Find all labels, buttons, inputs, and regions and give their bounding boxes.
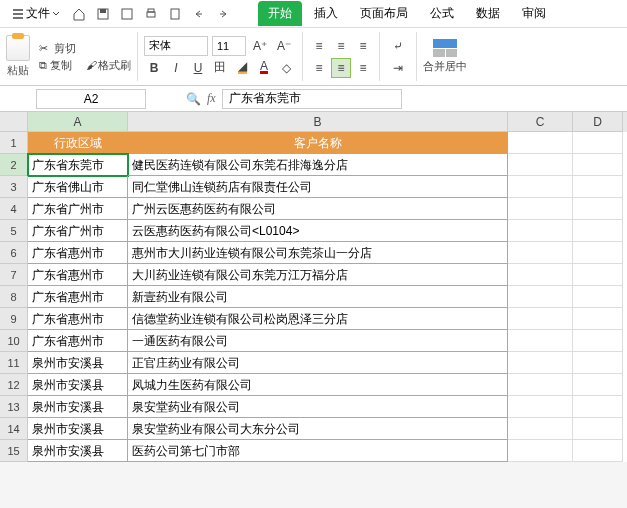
tab-formula[interactable]: 公式 xyxy=(420,1,464,26)
row-header[interactable]: 4 xyxy=(0,198,28,220)
cell[interactable] xyxy=(508,132,573,154)
row-header[interactable]: 11 xyxy=(0,352,28,374)
cell-customer[interactable]: 正官庄药业有限公司 xyxy=(128,352,508,374)
wrap-text-button[interactable]: ⤶ xyxy=(386,36,410,56)
cell[interactable] xyxy=(573,154,623,176)
underline-button[interactable]: U xyxy=(188,58,208,78)
file-menu[interactable]: 文件 xyxy=(6,2,66,25)
tab-data[interactable]: 数据 xyxy=(466,1,510,26)
cell[interactable] xyxy=(573,198,623,220)
fill-color-button[interactable]: ◢ xyxy=(232,58,252,78)
cell[interactable] xyxy=(573,220,623,242)
home-icon[interactable] xyxy=(68,3,90,25)
header-cell-region[interactable]: 行政区域 xyxy=(28,132,128,154)
paste-button[interactable]: 粘贴 xyxy=(6,35,30,78)
row-header[interactable]: 6 xyxy=(0,242,28,264)
cell[interactable] xyxy=(573,264,623,286)
italic-button[interactable]: I xyxy=(166,58,186,78)
row-header[interactable]: 9 xyxy=(0,308,28,330)
cell[interactable] xyxy=(508,220,573,242)
cell[interactable] xyxy=(508,176,573,198)
cell[interactable] xyxy=(573,308,623,330)
fx-icon[interactable]: fx xyxy=(207,91,216,106)
cell-region[interactable]: 泉州市安溪县 xyxy=(28,440,128,462)
tab-insert[interactable]: 插入 xyxy=(304,1,348,26)
cell[interactable] xyxy=(508,440,573,462)
name-box[interactable] xyxy=(36,89,146,109)
cell-region[interactable]: 广东省惠州市 xyxy=(28,330,128,352)
cell-customer[interactable]: 凤城力生医药有限公司 xyxy=(128,374,508,396)
row-header[interactable]: 15 xyxy=(0,440,28,462)
cell[interactable] xyxy=(573,242,623,264)
increase-font-button[interactable]: A⁺ xyxy=(250,36,270,56)
row-header[interactable]: 8 xyxy=(0,286,28,308)
decrease-font-button[interactable]: A⁻ xyxy=(274,36,294,56)
formula-input[interactable] xyxy=(222,89,402,109)
align-top-left[interactable]: ≡ xyxy=(309,36,329,56)
cell-region[interactable]: 泉州市安溪县 xyxy=(28,396,128,418)
tab-review[interactable]: 审阅 xyxy=(512,1,556,26)
col-header-c[interactable]: C xyxy=(508,112,573,132)
cell[interactable] xyxy=(508,330,573,352)
cell-region[interactable]: 广东省广州市 xyxy=(28,198,128,220)
cell[interactable] xyxy=(573,176,623,198)
cell-customer[interactable]: 泉安堂药业有限公司 xyxy=(128,396,508,418)
cell[interactable] xyxy=(573,440,623,462)
bold-button[interactable]: B xyxy=(144,58,164,78)
row-header[interactable]: 3 xyxy=(0,176,28,198)
cell[interactable] xyxy=(508,286,573,308)
cell[interactable] xyxy=(573,418,623,440)
row-header[interactable]: 5 xyxy=(0,220,28,242)
cell[interactable] xyxy=(508,352,573,374)
align-top-right[interactable]: ≡ xyxy=(353,36,373,56)
copy-button[interactable]: ⧉复制 xyxy=(36,58,72,73)
cell-region[interactable]: 广东省惠州市 xyxy=(28,286,128,308)
align-top-center[interactable]: ≡ xyxy=(331,36,351,56)
select-all-corner[interactable] xyxy=(0,112,28,132)
col-header-a[interactable]: A xyxy=(28,112,128,132)
cell-region[interactable]: 泉州市安溪县 xyxy=(28,418,128,440)
row-header[interactable]: 12 xyxy=(0,374,28,396)
cell[interactable] xyxy=(573,352,623,374)
cell-customer[interactable]: 医药公司第七门市部 xyxy=(128,440,508,462)
tab-layout[interactable]: 页面布局 xyxy=(350,1,418,26)
cell-region[interactable]: 泉州市安溪县 xyxy=(28,352,128,374)
font-color-button[interactable]: A xyxy=(254,58,274,78)
save-as-icon[interactable] xyxy=(116,3,138,25)
cell-region[interactable]: 广东省佛山市 xyxy=(28,176,128,198)
format-painter-button[interactable]: 🖌格式刷 xyxy=(84,58,131,73)
row-header[interactable]: 1 xyxy=(0,132,28,154)
indent-button[interactable]: ⇥ xyxy=(386,58,410,78)
cell[interactable] xyxy=(508,418,573,440)
cell[interactable] xyxy=(508,242,573,264)
font-size-select[interactable] xyxy=(212,36,246,56)
header-cell-customer[interactable]: 客户名称 xyxy=(128,132,508,154)
row-header[interactable]: 13 xyxy=(0,396,28,418)
cell[interactable] xyxy=(508,374,573,396)
font-name-select[interactable] xyxy=(144,36,208,56)
cell[interactable] xyxy=(508,396,573,418)
cell-customer[interactable]: 新壹药业有限公司 xyxy=(128,286,508,308)
redo-icon[interactable] xyxy=(212,3,234,25)
cell-customer[interactable]: 信德堂药业连锁有限公司松岗恩泽三分店 xyxy=(128,308,508,330)
print-icon[interactable] xyxy=(140,3,162,25)
merge-center-button[interactable]: 合并居中 xyxy=(423,39,467,74)
cell-customer[interactable]: 泉安堂药业有限公司大东分公司 xyxy=(128,418,508,440)
cell-region[interactable]: 广东省东莞市 xyxy=(28,154,128,176)
cell[interactable] xyxy=(508,264,573,286)
row-header[interactable]: 14 xyxy=(0,418,28,440)
cell-region[interactable]: 泉州市安溪县 xyxy=(28,374,128,396)
tab-start[interactable]: 开始 xyxy=(258,1,302,26)
print-preview-icon[interactable] xyxy=(164,3,186,25)
cell-customer[interactable]: 健民医药连锁有限公司东莞石排海逸分店 xyxy=(128,154,508,176)
cell[interactable] xyxy=(508,308,573,330)
cut-button[interactable]: ✂剪切 xyxy=(36,41,131,56)
undo-icon[interactable] xyxy=(188,3,210,25)
border-button[interactable]: 田 xyxy=(210,58,230,78)
cell[interactable] xyxy=(508,198,573,220)
cell[interactable] xyxy=(573,132,623,154)
cell-region[interactable]: 广东省惠州市 xyxy=(28,308,128,330)
align-mid-center[interactable]: ≡ xyxy=(331,58,351,78)
row-header[interactable]: 2 xyxy=(0,154,28,176)
col-header-d[interactable]: D xyxy=(573,112,623,132)
